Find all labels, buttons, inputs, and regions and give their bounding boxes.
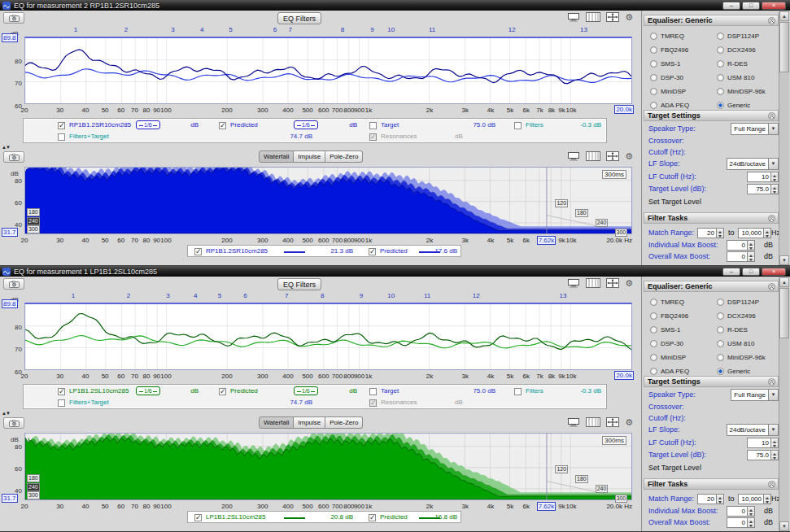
collapse-chevron-icon[interactable] xyxy=(768,17,775,24)
spinner-buttons[interactable] xyxy=(748,506,755,517)
scroll-up-icon[interactable]: ▲ xyxy=(779,277,789,287)
tab-impulse[interactable]: Impulse xyxy=(294,150,325,163)
spinner-buttons[interactable] xyxy=(764,228,771,238)
set-target-level-button[interactable]: Set Target Level xyxy=(648,198,779,209)
match-range-from-input[interactable]: 20 xyxy=(697,494,724,504)
scroll-up-icon[interactable]: ▲ xyxy=(779,11,789,21)
equaliser-option-fbq2496[interactable]: FBQ2496 xyxy=(650,46,717,54)
spinner-buttons[interactable] xyxy=(771,172,779,182)
equaliser-option-usm-810[interactable]: USM 810 xyxy=(717,340,777,347)
scroll-down-icon[interactable]: ▼ xyxy=(779,521,789,531)
waterfall-measurement-checkbox[interactable] xyxy=(194,248,202,255)
target-checkbox[interactable] xyxy=(369,388,377,395)
pan-zoom-icon[interactable] xyxy=(606,278,619,288)
equaliser-panel-header[interactable]: Equaliser: Generic xyxy=(644,15,779,26)
equaliser-option-fbq2496[interactable]: FBQ2496 xyxy=(650,312,717,320)
set-target-level-button[interactable]: Set Target Level xyxy=(648,464,779,475)
spin-down-icon[interactable] xyxy=(748,246,754,251)
spin-down-icon[interactable] xyxy=(717,233,723,238)
waterfall-plot[interactable]: 300ms 31.7 806040 120180240300180240300 xyxy=(24,433,632,500)
eq-filters-button[interactable]: EQ Filters xyxy=(277,12,321,24)
spinner-buttons[interactable] xyxy=(717,228,724,238)
spin-down-icon[interactable] xyxy=(748,512,754,517)
filter-tasks-panel-header[interactable]: Filter Tasks xyxy=(644,212,779,224)
spinner-buttons[interactable] xyxy=(748,251,755,262)
spinner-buttons[interactable] xyxy=(717,494,724,504)
spin-down-icon[interactable] xyxy=(717,499,723,504)
predicted-checkbox[interactable] xyxy=(219,122,226,129)
frequency-bands-icon[interactable] xyxy=(586,417,600,427)
equaliser-option-minidsp-96k[interactable]: MiniDSP-96k xyxy=(717,88,777,95)
match-range-to-input[interactable]: 10,000 xyxy=(738,228,771,238)
collapse-chevron-icon[interactable] xyxy=(768,283,775,290)
gear-icon[interactable]: ⚙ xyxy=(625,418,633,427)
equaliser-option-minidsp[interactable]: MiniDSP xyxy=(650,354,717,361)
scroll-down-icon[interactable]: ▼ xyxy=(779,255,789,265)
chevron-down-icon[interactable]: ▼ xyxy=(768,159,778,169)
waterfall-predicted-checkbox[interactable] xyxy=(369,514,376,521)
scrollbar-thumb[interactable] xyxy=(779,288,789,338)
eq-response-plot[interactable]: 89.8 20.0k 807060 xyxy=(24,37,632,104)
maximize-button[interactable]: □ xyxy=(742,2,760,10)
collapse-chevron-icon[interactable] xyxy=(768,378,775,386)
collapse-chevron-icon[interactable] xyxy=(768,112,775,120)
target-checkbox[interactable] xyxy=(369,122,377,129)
overall-max-boost-input[interactable]: 0 xyxy=(727,517,755,528)
overall-max-boost-input[interactable]: 0 xyxy=(727,251,755,262)
window-titlebar[interactable]: EQ for measurement 1 LP1B1.2SL10cm285 – … xyxy=(0,266,790,277)
collapse-chevron-icon[interactable] xyxy=(768,215,775,222)
spin-down-icon[interactable] xyxy=(764,499,770,504)
filter-tasks-panel-header[interactable]: Filter Tasks xyxy=(644,478,779,490)
equaliser-option-dsp1124p[interactable]: DSP1124P xyxy=(717,33,777,40)
resonances-checkbox[interactable] xyxy=(369,399,377,407)
equaliser-option-sms-1[interactable]: SMS-1 xyxy=(650,326,717,334)
spin-down-icon[interactable] xyxy=(764,233,770,238)
gear-icon[interactable]: ⚙ xyxy=(625,152,633,161)
eq-filters-button[interactable]: EQ Filters xyxy=(277,278,321,290)
pan-zoom-icon[interactable] xyxy=(606,417,619,427)
waterfall-measurement-checkbox[interactable] xyxy=(194,514,202,521)
sidebar-scrollbar[interactable]: ▲ ▼ xyxy=(779,11,789,265)
tab-pole-zero[interactable]: Pole-Zero xyxy=(325,416,363,429)
graph-limits-icon[interactable] xyxy=(567,417,580,427)
spinner-buttons[interactable] xyxy=(771,438,779,448)
frequency-bands-icon[interactable] xyxy=(586,278,600,288)
graph-limits-icon[interactable] xyxy=(567,151,580,161)
equaliser-option-ada-peq[interactable]: ADA PEQ xyxy=(650,102,717,109)
maximize-button[interactable]: □ xyxy=(742,268,760,276)
frequency-bands-icon[interactable] xyxy=(586,12,600,22)
target-panel-header[interactable]: Target Settings xyxy=(644,376,779,387)
target-level-input[interactable]: 75.0 xyxy=(747,450,779,460)
equaliser-option-tmreq[interactable]: TMREQ xyxy=(650,299,717,306)
filters-target-checkbox[interactable] xyxy=(58,399,65,407)
equaliser-option-r-des[interactable]: R-DES xyxy=(717,60,777,68)
individual-max-boost-input[interactable]: 0 xyxy=(727,240,755,251)
measurement-checkbox[interactable] xyxy=(58,388,65,395)
equaliser-option-generic[interactable]: Generic xyxy=(717,368,777,375)
spinner-buttons[interactable] xyxy=(748,240,755,251)
spinner-buttons[interactable] xyxy=(764,494,771,504)
spin-down-icon[interactable] xyxy=(771,443,778,448)
equaliser-option-minidsp-96k[interactable]: MiniDSP-96k xyxy=(717,354,777,361)
waterfall-plot[interactable]: 300ms 31.7 806040 120180240300180240300 xyxy=(24,167,632,234)
pan-zoom-icon[interactable] xyxy=(606,12,619,22)
gear-icon[interactable]: ⚙ xyxy=(625,13,633,22)
spinner-buttons[interactable] xyxy=(771,450,779,460)
pan-zoom-icon[interactable] xyxy=(606,151,619,161)
measurement-checkbox[interactable] xyxy=(58,122,65,129)
equaliser-panel-header[interactable]: Equaliser: Generic xyxy=(644,281,779,292)
equaliser-option-minidsp[interactable]: MiniDSP xyxy=(650,88,717,95)
tab-waterfall[interactable]: Waterfall xyxy=(259,150,294,163)
tab-pole-zero[interactable]: Pole-Zero xyxy=(325,150,363,163)
tab-waterfall[interactable]: Waterfall xyxy=(259,416,294,429)
spin-down-icon[interactable] xyxy=(748,523,754,528)
waterfall-predicted-checkbox[interactable] xyxy=(369,248,376,255)
target-panel-header[interactable]: Target Settings xyxy=(644,110,779,121)
equaliser-option-usm-810[interactable]: USM 810 xyxy=(717,74,777,81)
gear-icon[interactable]: ⚙ xyxy=(625,279,633,288)
scrollbar-thumb[interactable] xyxy=(779,22,789,72)
lf-cutoff-input[interactable]: 10 xyxy=(747,172,779,182)
lf-slope-select[interactable]: 24dB/octave▼ xyxy=(727,158,779,170)
close-button[interactable]: × xyxy=(762,268,786,276)
resonances-checkbox[interactable] xyxy=(369,133,377,141)
